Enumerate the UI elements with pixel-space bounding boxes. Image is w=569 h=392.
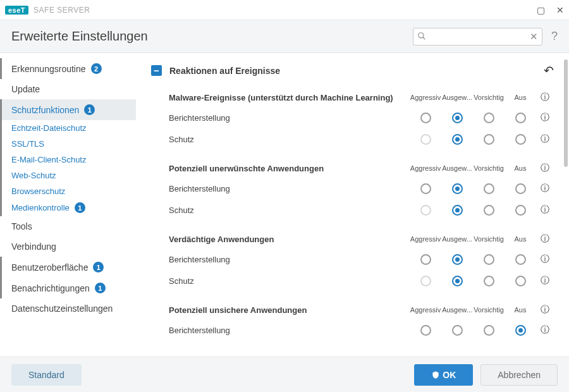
radio-option[interactable] [484, 254, 494, 265]
radio-option[interactable] [420, 183, 431, 194]
search-wrap: ✕ [413, 28, 542, 46]
sidebar-item-schutzfunktionen[interactable]: Schutzfunktionen 1 [0, 99, 136, 120]
undo-icon[interactable]: ↶ [544, 63, 554, 78]
sidebar-item-label: Erkennungsroutine [11, 64, 86, 74]
sidebar-item-verbindung[interactable]: Verbindung [0, 236, 136, 257]
radio-option[interactable] [452, 254, 463, 265]
info-icon[interactable]: ⓘ [536, 275, 554, 286]
sidebar-sub-ssl[interactable]: SSL/TLS [0, 136, 136, 152]
radio-option[interactable] [452, 276, 463, 286]
sidebar-sub-browser[interactable]: Browserschutz [0, 183, 136, 199]
scrollbar[interactable] [564, 59, 568, 167]
sidebar-sub-medien[interactable]: Medienkontrolle 1 [0, 199, 136, 216]
radio-option[interactable] [452, 205, 463, 216]
column-label: Vorsichtig [473, 306, 505, 314]
search-input[interactable] [413, 28, 542, 46]
row-label: Berichterstellung [169, 113, 410, 123]
radio-option[interactable] [515, 183, 526, 194]
sidebar-sub-web[interactable]: Web-Schutz [0, 168, 136, 183]
search-icon [417, 32, 426, 42]
sidebar-badge: 2 [91, 63, 102, 74]
column-label: Vorsichtig [473, 164, 505, 172]
titlebar: eseT SAFE SERVER ▢ ✕ [0, 0, 569, 20]
radio-option[interactable] [484, 134, 494, 145]
radio-option[interactable] [452, 113, 463, 123]
header: Erweiterte Einstellungen ✕ ? [0, 20, 569, 53]
info-icon[interactable]: ⓘ [536, 324, 554, 336]
radio-option[interactable] [484, 183, 494, 194]
info-icon[interactable]: ⓘ [536, 133, 554, 145]
radio-option[interactable] [515, 134, 526, 145]
radio-option[interactable] [484, 113, 494, 123]
standard-button[interactable]: Standard [11, 364, 82, 386]
column-label: Aggressiv [410, 94, 441, 101]
row-label: Berichterstellung [169, 326, 410, 335]
sidebar-item-update[interactable]: Update [0, 79, 136, 99]
window-maximize-icon[interactable]: ▢ [537, 5, 545, 15]
column-label: Vorsichtig [473, 94, 505, 101]
group-title: Potenziell unsichere Anwendungen [169, 305, 410, 315]
row-label: Berichterstellung [169, 184, 410, 193]
radio-option [420, 276, 431, 286]
info-icon[interactable]: ⓘ [536, 183, 554, 194]
info-icon[interactable]: ⓘ [536, 92, 554, 103]
radio-option[interactable] [515, 276, 526, 286]
radio-option[interactable] [420, 325, 431, 336]
content-pane: − Reaktionen auf Ereignisse ↶ Malware-Er… [136, 53, 569, 357]
column-label: Ausgew... [441, 306, 473, 314]
sidebar-badge: 1 [84, 104, 95, 115]
sidebar-badge: 1 [93, 262, 104, 273]
radio-option[interactable] [484, 325, 494, 336]
column-label: Aggressiv [410, 164, 441, 172]
info-icon[interactable]: ⓘ [536, 304, 554, 315]
radio-option[interactable] [484, 276, 494, 286]
radio-option[interactable] [452, 183, 463, 194]
column-label: Aggressiv [410, 235, 441, 243]
brand-logo: eseT [5, 6, 28, 15]
radio-option [420, 205, 431, 216]
section-title: Reaktionen auf Ereignisse [169, 66, 280, 76]
sidebar-item-label: Schutzfunktionen [11, 105, 79, 115]
sidebar-item-erkennungsroutine[interactable]: Erkennungsroutine 2 [0, 58, 136, 79]
row-label: Schutz [169, 135, 410, 144]
radio-option[interactable] [515, 205, 526, 216]
collapse-icon[interactable]: − [151, 65, 162, 76]
page-title: Erweiterte Einstellungen [11, 29, 148, 44]
clear-search-icon[interactable]: ✕ [530, 31, 538, 42]
sidebar-item-datenschutz[interactable]: Datenschutzeinstellungen [0, 298, 136, 319]
column-label: Vorsichtig [473, 235, 505, 243]
info-icon[interactable]: ⓘ [536, 112, 554, 123]
sidebar-item-benutzeroberflaeche[interactable]: Benutzeroberfläche 1 [0, 257, 136, 278]
sidebar-sub-echtzeit[interactable]: Echtzeit-Dateischutz [0, 120, 136, 136]
radio-option[interactable] [515, 254, 526, 265]
help-icon[interactable]: ? [551, 30, 558, 43]
sidebar-badge: 1 [95, 283, 106, 293]
group-title: Malware-Ereignisse (unterstützt durch Ma… [169, 93, 410, 102]
info-icon[interactable]: ⓘ [536, 204, 554, 216]
column-label: Ausgew... [441, 235, 473, 243]
sidebar-sub-email[interactable]: E-Mail-Client-Schutz [0, 152, 136, 168]
cancel-button[interactable]: Abbrechen [480, 364, 558, 386]
radio-option[interactable] [420, 254, 431, 265]
radio-option[interactable] [484, 205, 494, 216]
radio-option[interactable] [420, 113, 431, 123]
column-label: Aus [505, 306, 536, 314]
column-label: Aus [505, 164, 536, 172]
info-icon[interactable]: ⓘ [536, 162, 554, 174]
radio-option [420, 134, 431, 145]
ok-button[interactable]: OK [414, 364, 473, 386]
info-icon[interactable]: ⓘ [536, 254, 554, 265]
sidebar: Erkennungsroutine 2 Update Schutzfunktio… [0, 53, 136, 357]
radio-option[interactable] [452, 325, 463, 336]
radio-option[interactable] [452, 134, 463, 145]
svg-line-1 [423, 37, 425, 39]
column-label: Ausgew... [441, 94, 473, 101]
sidebar-item-tools[interactable]: Tools [0, 216, 136, 236]
sidebar-item-benachrichtigungen[interactable]: Benachrichtigungen 1 [0, 278, 136, 298]
shield-icon [431, 371, 440, 379]
product-name: SAFE SERVER [34, 6, 90, 15]
window-close-icon[interactable]: ✕ [556, 5, 564, 15]
radio-option[interactable] [515, 325, 526, 336]
radio-option[interactable] [515, 113, 526, 123]
info-icon[interactable]: ⓘ [536, 233, 554, 245]
